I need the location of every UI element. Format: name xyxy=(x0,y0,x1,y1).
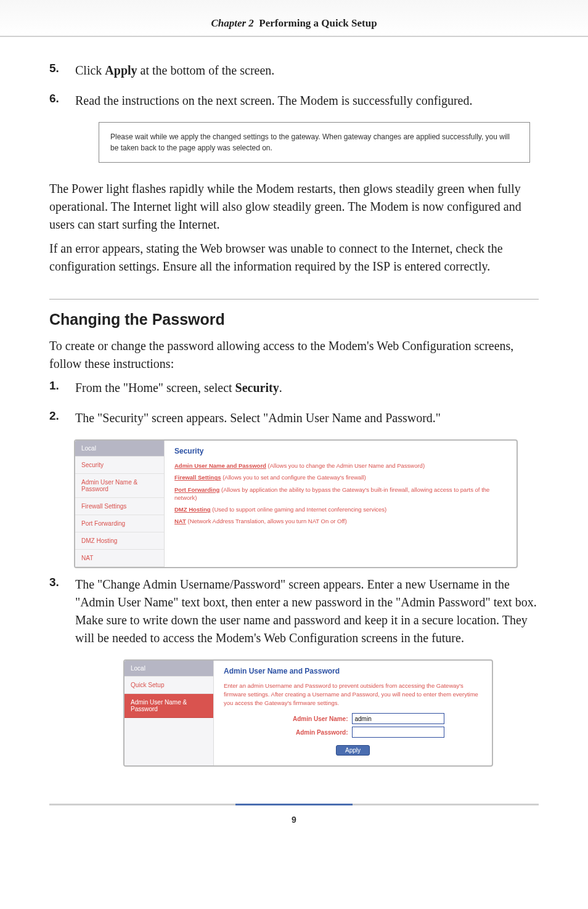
security-link-row: DMZ Hosting (Used to support online gami… xyxy=(174,505,507,513)
page-number: 9 xyxy=(292,815,296,825)
sidebar-item[interactable]: Port Forwarding xyxy=(75,515,164,532)
security-main: Security Admin User Name and Password (A… xyxy=(165,441,517,567)
body-paragraph-error: If an error appears, stating the Web bro… xyxy=(49,240,539,275)
sidebar-item[interactable]: Quick Setup xyxy=(125,677,213,694)
sidebar-tab-local[interactable]: Local xyxy=(125,661,213,677)
sidebar-item[interactable]: NAT xyxy=(75,550,164,567)
body-paragraph-power: The Power light flashes rapidly while th… xyxy=(49,180,539,234)
page-header: Chapter 2 Performing a Quick Setup xyxy=(0,0,588,37)
label-admin-user-name: Admin User Name: xyxy=(262,715,348,722)
section-heading-changing-password: Changing the Password xyxy=(49,311,539,328)
header-title: Chapter 2 Performing a Quick Setup xyxy=(0,17,588,30)
sidebar-item[interactable]: Firewall Settings xyxy=(75,498,164,515)
sidebar-item[interactable]: DMZ Hosting xyxy=(75,532,164,550)
security-link-desc: (Allows you to set and configure the Gat… xyxy=(223,474,366,481)
step-number: 2. xyxy=(49,409,64,427)
security-link-row: Firewall Settings (Allows you to set and… xyxy=(174,473,507,481)
sidebar-item[interactable]: Admin User Name & Password xyxy=(125,694,213,718)
security-link[interactable]: Port Forwarding xyxy=(174,486,219,493)
step-number: 3. xyxy=(49,576,64,647)
step-text: From the "Home" screen, select Security. xyxy=(75,379,539,397)
step-item: 5. Click Apply at the bottom of the scre… xyxy=(49,62,539,79)
input-admin-user-name[interactable] xyxy=(352,713,444,724)
security-link[interactable]: Admin User Name and Password xyxy=(174,462,266,469)
sidebar-tab-local[interactable]: Local xyxy=(75,441,164,457)
page-footer: 9 xyxy=(49,804,539,825)
step-number: 6. xyxy=(49,92,64,110)
admin-title: Admin User Name and Password xyxy=(224,667,482,675)
security-sidebar: Local SecurityAdmin User Name & Password… xyxy=(75,441,165,567)
screenshot-security: Local SecurityAdmin User Name & Password… xyxy=(74,439,518,568)
step-list-b: 1. From the "Home" screen, select Securi… xyxy=(49,379,539,427)
chapter-label: Chapter 2 xyxy=(211,17,253,29)
apply-wait-message: Please wait while we apply the changed s… xyxy=(99,122,530,163)
chapter-text: Performing a Quick Setup xyxy=(259,17,377,29)
security-link-desc: (Used to support online gaming and Inter… xyxy=(212,506,386,513)
apply-button[interactable]: Apply xyxy=(336,745,370,756)
security-link[interactable]: NAT xyxy=(174,518,186,524)
step-item: 2. The "Security" screen appears. Select… xyxy=(49,409,539,427)
step-item: 3. The "Change Admin Username/Password" … xyxy=(49,576,539,647)
security-link[interactable]: DMZ Hosting xyxy=(174,506,211,513)
label-admin-password: Admin Password: xyxy=(262,729,348,736)
step-number: 1. xyxy=(49,379,64,397)
security-link-desc: (Allows by application the ability to by… xyxy=(174,486,489,501)
step-text: The "Change Admin Username/Password" scr… xyxy=(75,576,539,647)
input-admin-password[interactable] xyxy=(352,727,444,738)
step-item: 1. From the "Home" screen, select Securi… xyxy=(49,379,539,397)
admin-description: Enter an admin Username and Password to … xyxy=(224,682,482,707)
admin-main: Admin User Name and Password Enter an ad… xyxy=(214,661,492,765)
step-text: Read the instructions on the next screen… xyxy=(75,92,539,110)
security-link-row: Port Forwarding (Allows by application t… xyxy=(174,486,507,502)
sidebar-item[interactable]: Security xyxy=(75,457,164,474)
step-text: Click Apply at the bottom of the screen. xyxy=(75,62,539,79)
security-title: Security xyxy=(174,447,507,455)
security-link-row: NAT (Network Address Translation, allows… xyxy=(174,517,507,525)
step-list-a: 5. Click Apply at the bottom of the scre… xyxy=(49,62,539,110)
screenshot-admin-password: Local Quick SetupAdmin User Name & Passw… xyxy=(123,659,493,767)
step-list-b-continued: 3. The "Change Admin Username/Password" … xyxy=(49,576,539,647)
security-link-row: Admin User Name and Password (Allows you… xyxy=(174,462,507,470)
step-number: 5. xyxy=(49,62,64,79)
security-link[interactable]: Firewall Settings xyxy=(174,474,221,481)
security-link-desc: (Network Address Translation, allows you… xyxy=(187,518,346,524)
security-link-desc: (Allows you to change the Admin User Nam… xyxy=(268,462,425,469)
form-row-username: Admin User Name: xyxy=(224,713,482,724)
form-row-password: Admin Password: xyxy=(224,727,482,738)
step-text: The "Security" screen appears. Select "A… xyxy=(75,409,539,427)
section-divider xyxy=(49,299,539,300)
sidebar-item[interactable]: Admin User Name & Password xyxy=(75,474,164,498)
admin-sidebar: Local Quick SetupAdmin User Name & Passw… xyxy=(125,661,214,765)
step-item: 6. Read the instructions on the next scr… xyxy=(49,92,539,110)
section-intro: To create or change the password allowin… xyxy=(49,337,539,373)
